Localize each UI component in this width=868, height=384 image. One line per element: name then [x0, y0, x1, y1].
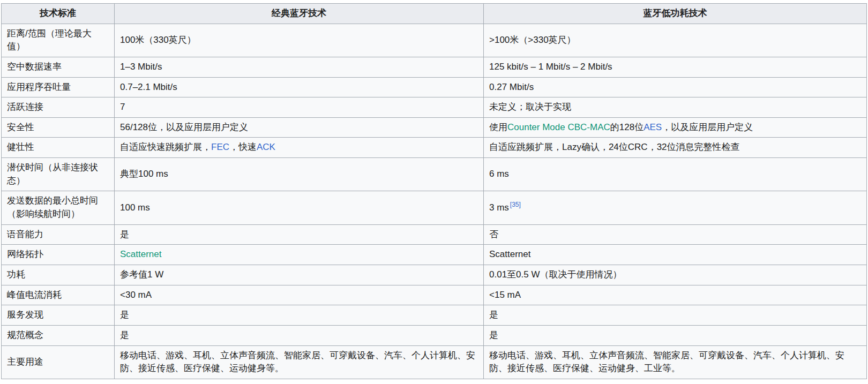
- cell-text: 是: [120, 229, 129, 239]
- cell-text: 0.27 Mbit/s: [489, 82, 534, 92]
- table-row: 潜伏时间（从非连接状态）典型100 ms6 ms: [2, 158, 867, 191]
- row-label: 功耗: [2, 265, 115, 285]
- row-label: 安全性: [2, 117, 115, 138]
- cell-text: 的128位: [610, 122, 643, 132]
- cell-text: 1–3 Mbit/s: [120, 62, 162, 72]
- table-row: 应用程序吞吐量0.7–2.1 Mbit/s0.27 Mbit/s: [2, 77, 867, 97]
- classic-bluetooth-cell: 0.7–2.1 Mbit/s: [115, 77, 484, 97]
- row-label: 发送数据的最小总时间（影响续航时间）: [2, 191, 115, 224]
- classic-bluetooth-cell: <30 mA: [115, 285, 484, 305]
- cell-text: 56/128位，以及应用层用户定义: [120, 122, 248, 132]
- ble-cell: 自适应跳频扩展，Lazy确认，24位CRC，32位消息完整性检查: [484, 138, 867, 158]
- table-row: 发送数据的最小总时间（影响续航时间）100 ms3 ms[35]: [2, 191, 867, 224]
- cell-text: 6 ms: [489, 169, 509, 179]
- table-row: 语音能力是否: [2, 224, 867, 245]
- ble-cell: <15 mA: [484, 285, 867, 305]
- cell-text: 自适应跳频扩展，Lazy确认，24位CRC，32位消息完整性检查: [489, 142, 740, 152]
- header-bluetooth-low-energy: 蓝牙低功耗技术: [484, 4, 867, 24]
- classic-bluetooth-cell: 是: [115, 325, 484, 345]
- cell-text: 是: [489, 310, 498, 320]
- cell-text: 3 ms: [489, 202, 509, 213]
- cell-text: 7: [120, 102, 125, 112]
- cell-text: 是: [120, 330, 129, 340]
- cell-text: ，快速: [229, 142, 257, 152]
- cell-text: >100米（>330英尺）: [489, 35, 576, 45]
- cell-text: 否: [489, 229, 498, 239]
- classic-bluetooth-cell: 典型100 ms: [115, 158, 484, 191]
- ble-cell: 6 ms: [484, 158, 867, 191]
- interlanguage-wiki-link[interactable]: Counter Mode CBC-MAC: [507, 122, 610, 132]
- table-row: 服务发现是是: [2, 305, 867, 326]
- classic-bluetooth-cell: 是: [115, 305, 484, 326]
- table-row: 主要用途移动电话、游戏、耳机、立体声音频流、智能家居、可穿戴设备、汽车、个人计算…: [2, 345, 867, 379]
- classic-bluetooth-cell: 移动电话、游戏、耳机、立体声音频流、智能家居、可穿戴设备、汽车、个人计算机、安防…: [115, 345, 484, 379]
- header-row: 技术标准 经典蓝牙技术 蓝牙低功耗技术: [2, 4, 867, 24]
- classic-bluetooth-cell: 自适应快速跳频扩展，FEC，快速ACK: [115, 138, 484, 158]
- wiki-link[interactable]: ACK: [257, 142, 275, 152]
- ble-cell: 移动电话、游戏、耳机、立体声音频流、智能家居、可穿戴设备、汽车、个人计算机、安防…: [484, 345, 867, 379]
- row-label: 峰值电流消耗: [2, 285, 115, 305]
- classic-bluetooth-cell: 是: [115, 224, 484, 245]
- table-row: 空中数据速率1–3 Mbit/s125 kbit/s – 1 Mbit/s – …: [2, 57, 867, 77]
- row-label: 距离/范围（理论最大值）: [2, 24, 115, 57]
- classic-bluetooth-cell: Scatternet: [115, 245, 484, 265]
- classic-bluetooth-cell: 7: [115, 97, 484, 118]
- cell-text: 未定义；取决于实现: [489, 102, 571, 112]
- cell-text: 是: [489, 330, 498, 340]
- cell-text: 0.7–2.1 Mbit/s: [120, 82, 177, 92]
- classic-bluetooth-cell: 参考值1 W: [115, 265, 484, 285]
- cell-text: ，以及应用层用户定义: [662, 122, 753, 132]
- wiki-link[interactable]: AES: [643, 122, 662, 132]
- table-row: 距离/范围（理论最大值）100米（330英尺）>100米（>330英尺）: [2, 24, 867, 57]
- header-classic-bluetooth: 经典蓝牙技术: [115, 4, 484, 24]
- ble-cell: 是: [484, 305, 867, 326]
- ble-cell: 3 ms[35]: [484, 191, 867, 224]
- ble-cell: Scatternet: [484, 245, 867, 265]
- ble-cell: 是: [484, 325, 867, 345]
- cell-text: 移动电话、游戏、耳机、立体声音频流、智能家居、可穿戴设备、汽车、个人计算机、安防…: [489, 350, 844, 374]
- table-row: 规范概念是是: [2, 325, 867, 345]
- cell-text: 0.01至0.5 W（取决于使用情况）: [489, 269, 622, 280]
- row-label: 健壮性: [2, 138, 115, 158]
- cell-text: 使用: [489, 122, 507, 132]
- cell-text: 自适应快速跳频扩展，: [120, 142, 211, 152]
- cell-text: Scatternet: [489, 249, 531, 259]
- table-row: 峰值电流消耗<30 mA<15 mA: [2, 285, 867, 305]
- cell-text: <15 mA: [489, 290, 521, 300]
- row-label: 活跃连接: [2, 97, 115, 118]
- ble-cell: 0.01至0.5 W（取决于使用情况）: [484, 265, 867, 285]
- header-tech-standard: 技术标准: [2, 4, 115, 24]
- ble-cell: 使用Counter Mode CBC-MAC的128位AES，以及应用层用户定义: [484, 117, 867, 138]
- cell-text: 100米（330英尺）: [120, 35, 196, 45]
- row-label: 潜伏时间（从非连接状态）: [2, 158, 115, 191]
- cell-text: 参考值1 W: [120, 269, 163, 280]
- classic-bluetooth-cell: 1–3 Mbit/s: [115, 57, 484, 77]
- cell-text: 典型100 ms: [120, 169, 168, 179]
- reference-link[interactable]: [35]: [510, 201, 521, 208]
- cell-text: <30 mA: [120, 290, 152, 300]
- cell-text: 125 kbit/s – 1 Mbit/s – 2 Mbit/s: [489, 62, 612, 72]
- cell-text: 移动电话、游戏、耳机、立体声音频流、智能家居、可穿戴设备、汽车、个人计算机、安防…: [120, 350, 475, 374]
- table-body: 距离/范围（理论最大值）100米（330英尺）>100米（>330英尺）空中数据…: [2, 24, 867, 379]
- row-label: 服务发现: [2, 305, 115, 326]
- table-row: 健壮性自适应快速跳频扩展，FEC，快速ACK自适应跳频扩展，Lazy确认，24位…: [2, 138, 867, 158]
- table-row: 安全性56/128位，以及应用层用户定义使用Counter Mode CBC-M…: [2, 117, 867, 138]
- ble-cell: >100米（>330英尺）: [484, 24, 867, 57]
- table-row: 活跃连接7未定义；取决于实现: [2, 97, 867, 118]
- row-label: 语音能力: [2, 224, 115, 245]
- page: 技术标准 经典蓝牙技术 蓝牙低功耗技术 距离/范围（理论最大值）100米（330…: [0, 0, 868, 384]
- interlanguage-wiki-link[interactable]: Scatternet: [120, 249, 162, 259]
- row-label: 网络拓扑: [2, 245, 115, 265]
- cell-text: 100 ms: [120, 202, 150, 213]
- row-label: 应用程序吞吐量: [2, 77, 115, 97]
- ble-cell: 未定义；取决于实现: [484, 97, 867, 118]
- classic-bluetooth-cell: 100米（330英尺）: [115, 24, 484, 57]
- wiki-link[interactable]: FEC: [211, 142, 229, 152]
- ble-cell: 0.27 Mbit/s: [484, 77, 867, 97]
- ble-cell: 125 kbit/s – 1 Mbit/s – 2 Mbit/s: [484, 57, 867, 77]
- row-label: 主要用途: [2, 345, 115, 379]
- table-row: 网络拓扑ScatternetScatternet: [2, 245, 867, 265]
- table-row: 功耗参考值1 W0.01至0.5 W（取决于使用情况）: [2, 265, 867, 285]
- ble-cell: 否: [484, 224, 867, 245]
- row-label: 空中数据速率: [2, 57, 115, 77]
